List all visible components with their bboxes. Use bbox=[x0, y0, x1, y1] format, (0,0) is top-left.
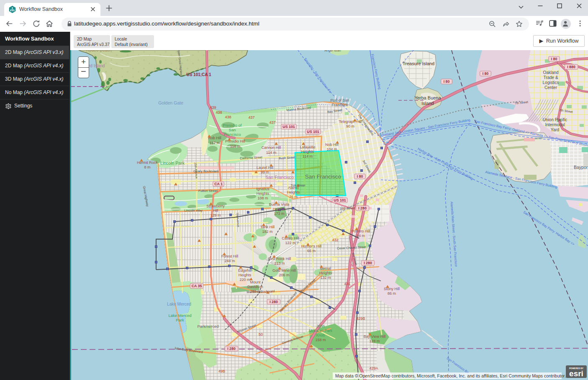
svg-text:114 m: 114 m bbox=[303, 154, 313, 158]
svg-text:213 m: 213 m bbox=[274, 261, 285, 265]
svg-text:CA 1: CA 1 bbox=[214, 182, 223, 186]
svg-text:US 101: US 101 bbox=[334, 198, 346, 202]
svg-text:50: 50 bbox=[259, 332, 263, 337]
svg-text:16th Street: 16th Street bbox=[339, 206, 355, 210]
svg-text:Cannon Hill: Cannon Hill bbox=[262, 145, 281, 150]
svg-text:99 m: 99 m bbox=[261, 170, 269, 174]
svg-text:I 280: I 280 bbox=[270, 300, 278, 304]
svg-text:I 280: I 280 bbox=[227, 347, 236, 351]
svg-text:Lincoln Way: Lincoln Way bbox=[184, 209, 202, 212]
svg-text:Castro Hill: Castro Hill bbox=[282, 236, 299, 240]
svg-text:Lafayette: Lafayette bbox=[300, 145, 315, 149]
svg-text:Lincoln Park: Lincoln Park bbox=[160, 161, 185, 166]
svg-text:I 280: I 280 bbox=[364, 261, 372, 265]
svg-text:Heights: Heights bbox=[287, 190, 300, 194]
svg-text:Trade &: Trade & bbox=[543, 75, 558, 80]
svg-text:Hill: Hill bbox=[213, 209, 218, 213]
svg-text:Heights: Heights bbox=[257, 191, 270, 196]
svg-text:90 m: 90 m bbox=[346, 124, 354, 128]
svg-text:Heights: Heights bbox=[319, 271, 332, 275]
svg-text:rd Island: rd Island bbox=[89, 64, 105, 68]
svg-text:Port of San: Port of San bbox=[330, 98, 349, 102]
svg-text:Yerba Buena: Yerba Buena bbox=[414, 95, 441, 100]
svg-text:108 m: 108 m bbox=[257, 196, 268, 200]
svg-text:114 m: 114 m bbox=[266, 150, 276, 155]
svg-text:San Francisco: San Francisco bbox=[305, 173, 341, 180]
svg-text:Bay View Hill: Bay View Hill bbox=[364, 334, 385, 339]
svg-text:I 880: I 880 bbox=[567, 65, 575, 69]
svg-text:Presidio of: Presidio of bbox=[223, 123, 242, 128]
svg-text:Park: Park bbox=[176, 318, 184, 322]
svg-text:Rodeo Beach: Rodeo Beach bbox=[86, 50, 112, 52]
svg-text:Angel Islan: Angel Islan bbox=[324, 50, 341, 52]
svg-text:Turk Street: Turk Street bbox=[291, 184, 305, 187]
svg-text:86 m: 86 m bbox=[388, 291, 396, 296]
svg-text:Island: Island bbox=[421, 101, 434, 106]
svg-text:Francisco: Francisco bbox=[223, 132, 241, 137]
svg-text:Yard: Yard bbox=[551, 128, 559, 132]
svg-text:I 80: I 80 bbox=[357, 174, 363, 179]
svg-text:76 m: 76 m bbox=[289, 195, 298, 199]
svg-text:8 m: 8 m bbox=[144, 165, 150, 169]
svg-text:Center: Center bbox=[544, 85, 557, 90]
svg-text:Buena Vista: Buena Vista bbox=[269, 202, 289, 207]
svg-text:Lake Merced: Lake Merced bbox=[169, 313, 192, 318]
svg-text:438: 438 bbox=[225, 115, 231, 119]
svg-text:CA 35: CA 35 bbox=[192, 284, 202, 288]
svg-text:Golden Gate: Golden Gate bbox=[158, 100, 183, 105]
svg-text:437: 437 bbox=[248, 115, 254, 120]
svg-text:Heights: Heights bbox=[301, 150, 314, 154]
svg-text:McLaren Park: McLaren Park bbox=[309, 329, 333, 333]
svg-text:104 m: 104 m bbox=[326, 147, 337, 151]
svg-text:Red Rock Hill: Red Rock Hill bbox=[268, 257, 291, 261]
svg-text:Logistics: Logistics bbox=[543, 80, 559, 85]
svg-text:Treasure Island: Treasure Island bbox=[403, 61, 434, 66]
svg-text:220 m: 220 m bbox=[239, 278, 250, 282]
svg-text:Baypor: Baypor bbox=[574, 165, 588, 170]
svg-text:Horner's Hill: Horner's Hill bbox=[301, 244, 322, 248]
svg-text:429B: 429B bbox=[356, 316, 365, 321]
svg-text:128 m: 128 m bbox=[369, 339, 380, 343]
svg-text:Strawberry: Strawberry bbox=[206, 204, 225, 208]
svg-text:Potrero Hill: Potrero Hill bbox=[352, 229, 370, 233]
svg-text:Heights: Heights bbox=[273, 207, 286, 211]
svg-text:Union Pacific: Union Pacific bbox=[543, 117, 567, 122]
svg-text:429A: 429A bbox=[369, 366, 378, 370]
svg-text:431: 431 bbox=[344, 282, 350, 286]
svg-text:Oakland: Oakland bbox=[543, 70, 558, 75]
svg-text:94 m: 94 m bbox=[357, 234, 365, 238]
svg-text:Lake Merced: Lake Merced bbox=[167, 302, 191, 306]
svg-text:438: 438 bbox=[216, 110, 222, 115]
svg-text:Intermodal: Intermodal bbox=[545, 122, 565, 127]
svg-text:Ignatius: Ignatius bbox=[256, 187, 270, 191]
svg-text:206 m: 206 m bbox=[279, 273, 289, 277]
svg-text:173 m: 173 m bbox=[274, 212, 284, 216]
svg-text:Mount: Mount bbox=[250, 280, 261, 284]
svg-text:Heights: Heights bbox=[239, 273, 252, 277]
svg-text:Map data © OpenStreetMap contr: Map data © OpenStreetMap contributors, M… bbox=[335, 373, 569, 378]
svg-text:437: 437 bbox=[269, 120, 275, 125]
svg-text:158 m: 158 m bbox=[315, 338, 326, 342]
svg-text:118 m: 118 m bbox=[230, 144, 240, 148]
svg-text:Gold Mine Hill: Gold Mine Hill bbox=[272, 268, 296, 273]
svg-text:John: John bbox=[316, 324, 325, 328]
svg-text:US 101: US 101 bbox=[282, 125, 295, 129]
svg-text:49B: 49B bbox=[218, 369, 225, 373]
svg-text:US 101: US 101 bbox=[307, 130, 319, 134]
svg-text:Davidson: Davidson bbox=[247, 285, 263, 289]
svg-text:117 m: 117 m bbox=[210, 141, 220, 145]
svg-text:66 m: 66 m bbox=[307, 249, 316, 253]
svg-text:439: 439 bbox=[210, 105, 216, 110]
svg-text:132 m: 132 m bbox=[320, 275, 331, 280]
svg-text:432: 432 bbox=[332, 238, 338, 242]
svg-text:I 80: I 80 bbox=[483, 71, 489, 76]
svg-text:182 m: 182 m bbox=[262, 230, 272, 234]
svg-text:129 m: 129 m bbox=[210, 213, 221, 217]
svg-text:San Francisco: San Francisco bbox=[265, 175, 293, 180]
svg-text:Fulton Street: Fulton Street bbox=[198, 189, 218, 193]
svg-text:Francisco: Francisco bbox=[331, 103, 348, 107]
svg-text:244 m: 244 m bbox=[224, 259, 235, 263]
svg-text:Knob: Knob bbox=[316, 333, 325, 337]
svg-text:I 80: I 80 bbox=[444, 79, 450, 84]
svg-text:Telegraph Hill: Telegraph Hill bbox=[339, 120, 362, 124]
